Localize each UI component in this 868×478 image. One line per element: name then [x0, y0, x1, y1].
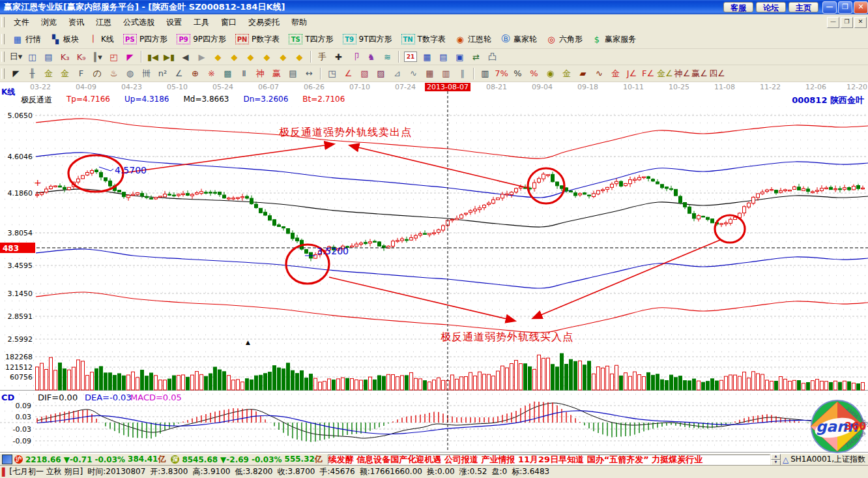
percent-icon[interactable]: %	[510, 67, 526, 80]
market-quotes-button[interactable]: ▦行情	[8, 33, 46, 46]
child-close-button[interactable]: ✕	[854, 17, 867, 28]
diamond-left-icon[interactable]: ◆	[210, 50, 226, 63]
kline-chart[interactable]: 极反通道强势外轨线卖出点极反通道弱势外轨线买入点4.57003.52005.06…	[0, 82, 868, 453]
minimize-button[interactable]: —	[822, 1, 837, 14]
p-square-button[interactable]: PSP四方形	[119, 33, 172, 46]
stat-columns-icon[interactable]: ▥	[477, 67, 493, 80]
spiral-icon[interactable]: の	[89, 67, 106, 80]
fan-box2-icon[interactable]: ▨	[373, 67, 389, 80]
diamond-cross-icon[interactable]: ◆	[259, 50, 275, 63]
brush-dot-icon[interactable]: ◤	[8, 67, 24, 80]
menu-item-江恩[interactable]: 江恩	[90, 15, 117, 30]
sectors-button[interactable]: ▚板块	[46, 33, 83, 46]
restore-button[interactable]: ❐	[838, 1, 852, 14]
win-icon[interactable]: 赢	[268, 67, 285, 80]
ruler-123-icon[interactable]: ▤	[285, 67, 301, 80]
hand-icon[interactable]: 手	[314, 50, 330, 63]
mask-icon[interactable]: ♞	[363, 50, 379, 63]
red-grid-icon[interactable]: ◰	[106, 50, 122, 63]
quick-button-0[interactable]: 客服	[723, 2, 753, 12]
clipboard-icon[interactable]: ▤	[40, 50, 57, 63]
p-table-button[interactable]: PNP数字表	[231, 33, 284, 46]
price-grid-icon[interactable]: ▦	[422, 67, 438, 80]
next-bar-icon[interactable]: ▶	[194, 50, 210, 63]
angle-icon[interactable]: ∠	[171, 67, 187, 80]
kcount-9-icon[interactable]: K₉	[73, 50, 89, 63]
shenzhen-index[interactable]: 深 8545.68 ▼-2.69 -0.03% 555.32亿	[171, 454, 322, 465]
diamond-right-icon[interactable]: ◆	[226, 50, 242, 63]
period-combo[interactable]: 日▾	[8, 50, 24, 63]
shen-angle-icon[interactable]: 神∠	[674, 67, 691, 80]
kline-button[interactable]: 丨K线	[83, 32, 119, 46]
menu-item-公式选股[interactable]: 公式选股	[117, 15, 160, 30]
toolbar-grip[interactable]	[1, 68, 5, 79]
cannon-icon[interactable]: ♨	[106, 67, 122, 80]
pin-icon[interactable]: 卩	[347, 50, 363, 63]
child-minimize-button[interactable]: —	[827, 17, 839, 28]
f-angle-icon[interactable]: F∠	[640, 67, 656, 80]
grid-target-icon[interactable]: ▩	[220, 67, 236, 80]
quick-button-2[interactable]: 主页	[788, 2, 818, 12]
gold-section-icon[interactable]: 金	[40, 67, 57, 80]
j-angle-icon[interactable]: J∠	[624, 67, 640, 80]
diamond-hsplit-icon[interactable]: ◆	[242, 50, 259, 63]
winner-service-button[interactable]: $赢家服务	[587, 33, 641, 46]
menu-item-文件[interactable]: 文件	[8, 15, 35, 30]
wave-tool-icon[interactable]: ∿	[591, 67, 607, 80]
fan-red-icon[interactable]: ∠	[340, 67, 356, 80]
ruler-ticks-icon[interactable]: 卌	[138, 67, 154, 80]
diamond-expand-icon[interactable]: ◆	[291, 50, 308, 63]
last-bar-icon[interactable]: ▶▮	[161, 50, 177, 63]
menu-item-浏览[interactable]: 浏览	[35, 15, 63, 30]
gold-underline-icon[interactable]: 金	[607, 67, 624, 80]
corner-grid-icon[interactable]: ◳	[324, 67, 340, 80]
candle-period-combo[interactable]: ║▾	[89, 50, 106, 63]
notes-icon[interactable]: ▤	[435, 50, 452, 63]
spinner-up-button[interactable]: ▲	[771, 454, 781, 460]
angle-lines-icon[interactable]: ⊿	[389, 67, 405, 80]
toolbar-grip[interactable]	[1, 17, 5, 27]
quick-button-1[interactable]: 论坛	[756, 2, 786, 12]
flag-chart-icon[interactable]: ◤	[122, 50, 138, 63]
slash-lines-icon[interactable]: ∥	[454, 67, 470, 80]
close-button[interactable]: ✕	[854, 1, 868, 14]
target-icon[interactable]: ⊕	[187, 67, 203, 80]
gann-wheel-button[interactable]: ◉江恩轮	[450, 33, 496, 46]
first-bar-icon[interactable]: ▮◀	[145, 50, 161, 63]
menu-item-设置[interactable]: 设置	[160, 15, 188, 30]
menu-item-资讯[interactable]: 资讯	[63, 15, 90, 30]
menu-item-帮助[interactable]: 帮助	[285, 15, 313, 30]
gann-circle-icon[interactable]: ◍	[122, 67, 138, 80]
toolbar-grip[interactable]	[1, 34, 5, 44]
shen-icon[interactable]: 神	[252, 67, 268, 80]
win-angle-icon[interactable]: 赢∠	[691, 67, 708, 80]
prev-bar-icon[interactable]: ◀	[177, 50, 194, 63]
measure-icon[interactable]: Ⅱ	[236, 67, 252, 80]
fibo-f-icon[interactable]: F	[73, 67, 89, 80]
child-restore-button[interactable]: ❐	[841, 17, 853, 28]
export-icon[interactable]: ⇄	[468, 50, 484, 63]
gold-section2-icon[interactable]: 金	[57, 67, 73, 80]
t-square-button[interactable]: TST四方形	[284, 33, 338, 46]
crosshair-icon[interactable]: ✚	[330, 50, 347, 63]
percent-levels-icon[interactable]: %	[526, 67, 542, 80]
diamond-vsplit-icon[interactable]: ◆	[275, 50, 291, 63]
hexagon-button[interactable]: ◎六角形	[542, 33, 587, 46]
n-squared-icon[interactable]: n²	[154, 67, 171, 80]
menu-item-工具[interactable]: 工具	[188, 15, 215, 30]
print-icon[interactable]: 凸	[484, 50, 500, 63]
fan-box-icon[interactable]: ▧	[356, 67, 373, 80]
menu-item-窗口[interactable]: 窗口	[215, 15, 242, 30]
pattern-icon[interactable]: ≋	[379, 50, 396, 63]
grid-lines-icon[interactable]: ╫	[24, 67, 40, 80]
gold-levels-icon[interactable]: 金	[558, 67, 575, 80]
nine-t-square-button[interactable]: T99T四方形	[338, 33, 397, 46]
price-grid2-icon[interactable]: ▥	[438, 67, 454, 80]
menu-item-交易委托[interactable]: 交易委托	[242, 15, 285, 30]
indicator-name[interactable]: 极反通道	[21, 95, 52, 105]
brush-pen-icon[interactable]: ▰	[575, 67, 591, 80]
t-table-button[interactable]: TNT数字表	[397, 33, 450, 46]
panda-icon[interactable]: ◫	[24, 50, 40, 63]
calculator-icon[interactable]: ▦	[419, 50, 435, 63]
index-selector[interactable]: △ SH1A0001,上证指数	[783, 454, 868, 465]
